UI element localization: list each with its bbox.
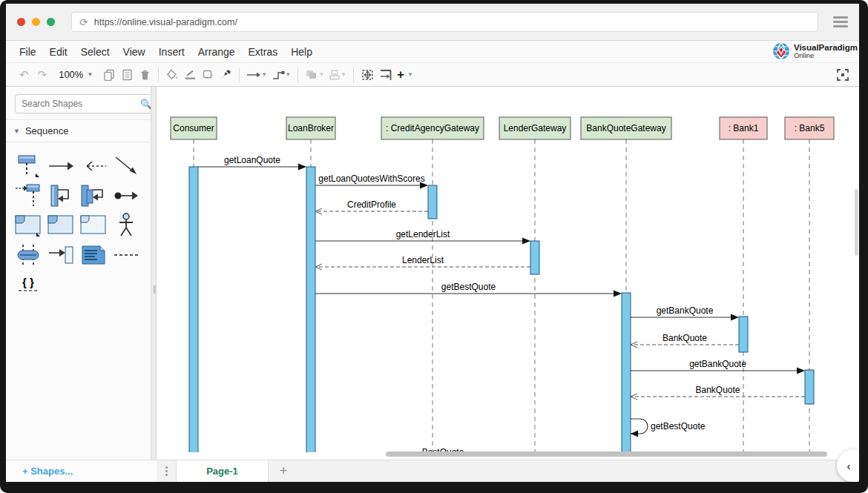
activation-bar[interactable] [189, 167, 198, 452]
palette-lifeline[interactable] [12, 151, 45, 181]
activation-bar[interactable] [530, 241, 539, 274]
palette-actor[interactable] [110, 211, 142, 240]
activation-bar[interactable] [428, 185, 437, 219]
fill-color-icon[interactable] [163, 66, 181, 84]
add-page-button[interactable]: + [269, 460, 298, 482]
palette-recursive-message[interactable] [77, 181, 110, 211]
tab-page-1[interactable]: Page-1 [176, 460, 269, 482]
lifeline-Bank1[interactable]: : Bank1 [720, 117, 767, 452]
delete-icon[interactable] [136, 66, 154, 84]
activation-bar[interactable] [805, 370, 814, 404]
svg-text:: Bank5: : Bank5 [795, 123, 825, 133]
app-window: ⟳ https://online.visual-paradigm.com/ Fi… [6, 4, 859, 482]
select-all-icon[interactable] [358, 66, 377, 84]
palette-note[interactable] [77, 240, 110, 270]
message-getBankQuote[interactable]: getBankQuote [631, 305, 739, 321]
palette-frame[interactable] [77, 211, 110, 240]
connector-style-dropdown[interactable]: ▼ [269, 66, 293, 84]
address-bar[interactable]: ⟳ https://online.visual-paradigm.com/ [71, 12, 818, 32]
palette-constraint[interactable]: { } [12, 270, 45, 300]
svg-text:: Bank1: : Bank1 [729, 123, 759, 133]
panel-resize-handle[interactable]: ║ [151, 87, 157, 460]
palette-return-message[interactable] [77, 151, 110, 181]
svg-text:getBankQuote: getBankQuote [689, 359, 746, 369]
message-getLoanQuotesWithScores[interactable]: getLoanQuotesWithScores [315, 173, 428, 189]
zoom-level-value: 100% [59, 69, 83, 80]
format-brush-icon[interactable] [217, 66, 234, 84]
activation-bar[interactable] [622, 293, 631, 452]
paste-icon[interactable] [118, 66, 136, 84]
palette-found-message[interactable] [110, 181, 142, 211]
more-shapes-link[interactable]: + Shapes... [22, 466, 73, 477]
menu-arrange[interactable]: Arrange [191, 46, 242, 58]
palette-opt-fragment[interactable] [45, 211, 77, 240]
menu-view[interactable]: View [116, 46, 152, 58]
message-LenderList[interactable]: LenderList [315, 255, 530, 270]
message-getLoanQuote[interactable]: getLoanQuote [198, 155, 306, 171]
palette-dashed-line[interactable] [110, 240, 142, 270]
lifeline-LenderGateway[interactable]: LenderGateway [499, 117, 571, 452]
collapse-arrow-icon: ▼ [13, 128, 20, 135]
palette-self-message[interactable] [45, 181, 77, 211]
sequence-diagram[interactable]: ConsumerLoanBroker: CreditAgencyGatewayL… [157, 87, 854, 452]
shadow-icon[interactable] [199, 66, 217, 84]
message-getBankQuote[interactable]: getBankQuote [631, 359, 805, 374]
footer-bar: + Shapes... Page-1 + [6, 460, 859, 482]
visual-paradigm-globe-icon [772, 42, 791, 61]
palette-alt-fragment[interactable] [12, 211, 45, 240]
svg-text:getBestQuote: getBestQuote [651, 421, 706, 431]
palette-entity-lifeline[interactable] [12, 240, 45, 270]
message-CreditProfile[interactable]: CreditProfile [315, 199, 428, 214]
line-color-icon[interactable] [181, 66, 199, 84]
add-shape-dropdown[interactable]: + ▼ [395, 66, 415, 84]
palette-found-message-lifeline[interactable] [12, 181, 45, 211]
message-getBestQuote[interactable]: getBestQuote [631, 419, 706, 437]
redo-icon[interactable]: ↷ [33, 66, 52, 84]
message-getBestQuote[interactable]: getBestQuote [315, 282, 622, 297]
palette-diagonal-message[interactable] [110, 151, 142, 181]
vertical-scrollbar[interactable] [855, 189, 858, 256]
undo-icon[interactable]: ↶ [15, 66, 33, 84]
minimize-window-button[interactable] [32, 18, 40, 26]
activation-bar[interactable] [306, 167, 315, 452]
svg-text:LenderList: LenderList [402, 255, 444, 265]
section-sequence[interactable]: ▼ Sequence [6, 119, 151, 142]
reload-icon[interactable]: ⟳ [79, 17, 88, 27]
svg-text:: CreditAgencyGateway: : CreditAgencyGateway [386, 123, 479, 133]
pages-menu-icon[interactable] [157, 460, 176, 482]
fullscreen-icon[interactable] [834, 66, 852, 84]
window-frame: ⟳ https://online.visual-paradigm.com/ Fi… [0, 0, 868, 493]
page-tab-strip: Page-1 + [157, 460, 859, 482]
svg-text:Consumer: Consumer [173, 123, 214, 133]
palette-sync-message[interactable] [45, 151, 77, 181]
maximize-window-button[interactable] [47, 18, 55, 26]
message-BankQuote[interactable]: BankQuote [631, 385, 805, 400]
align-icon[interactable]: ▼ [326, 66, 349, 84]
diagram-canvas[interactable]: ConsumerLoanBroker: CreditAgencyGatewayL… [157, 87, 859, 460]
shape-panel: 🔍 ▼ Sequence [6, 87, 151, 460]
svg-text:LenderGateway: LenderGateway [504, 123, 567, 133]
message-getLenderList[interactable]: getLenderList [315, 229, 530, 245]
close-window-button[interactable] [17, 18, 25, 26]
search-shapes-input[interactable] [15, 94, 155, 113]
horizontal-scrollbar[interactable] [386, 451, 827, 457]
menu-select[interactable]: Select [74, 46, 116, 58]
svg-text:{ }: { } [22, 276, 34, 288]
insert-waypoint-icon[interactable] [377, 66, 395, 84]
svg-text:BankQuote: BankQuote [662, 333, 707, 343]
copy-icon[interactable] [100, 66, 118, 84]
activation-bar[interactable] [739, 317, 748, 352]
browser-menu-icon[interactable] [833, 16, 848, 27]
menu-insert[interactable]: Insert [152, 46, 191, 58]
menu-extras[interactable]: Extras [242, 46, 285, 58]
menu-edit[interactable]: Edit [43, 46, 74, 58]
browser-bar: ⟳ https://online.visual-paradigm.com/ [6, 4, 859, 41]
menu-file[interactable]: File [6, 46, 43, 58]
menu-help[interactable]: Help [284, 46, 319, 58]
to-front-icon[interactable]: ▼ [303, 66, 326, 84]
message-BankQuote[interactable]: BankQuote [631, 333, 739, 348]
section-label: Sequence [25, 125, 69, 136]
arrow-style-dropdown[interactable]: ▼ [244, 66, 269, 84]
zoom-level-dropdown[interactable]: 100% ▼ [51, 69, 100, 80]
palette-lost-message[interactable] [45, 240, 77, 270]
